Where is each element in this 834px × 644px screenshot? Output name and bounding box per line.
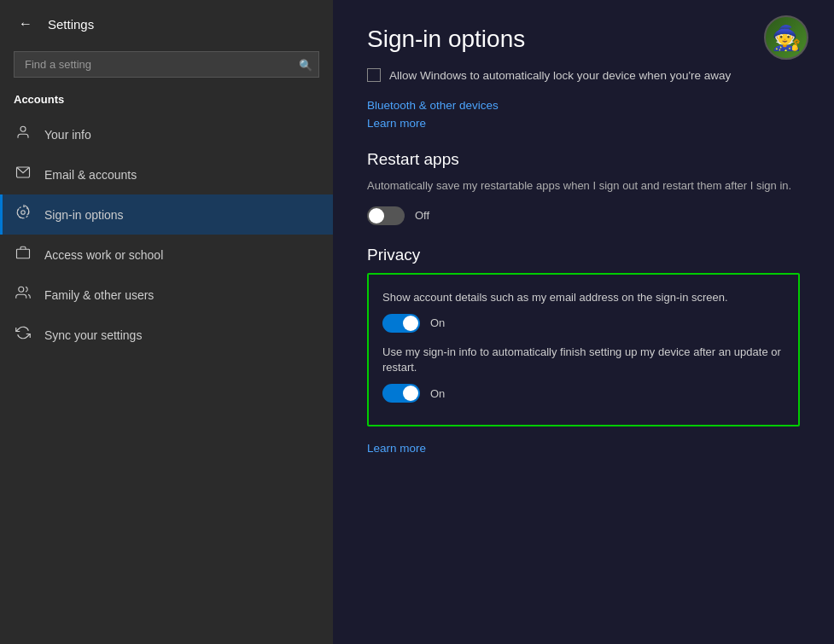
avatar-emoji: 🧙 <box>772 24 802 52</box>
privacy-toggle-row-1: On <box>382 314 784 333</box>
privacy-toggle-2[interactable] <box>382 384 420 403</box>
search-input[interactable] <box>14 51 319 78</box>
sidebar-label-family-other-users: Family & other users <box>44 288 154 302</box>
learn-more-link-1[interactable]: Learn more <box>367 117 800 130</box>
svg-point-2 <box>21 211 26 215</box>
privacy-item-1-text: Show account details such as my email ad… <box>382 290 784 305</box>
sign-in-options-icon <box>14 205 32 224</box>
privacy-toggle-row-2: On <box>382 384 784 403</box>
privacy-box: Show account details such as my email ad… <box>367 273 800 427</box>
lock-row: Allow Windows to automatically lock your… <box>367 68 800 82</box>
search-box: 🔍 <box>14 51 319 78</box>
lock-checkbox[interactable] <box>367 68 381 82</box>
sidebar-label-email-accounts: Email & accounts <box>44 168 137 182</box>
sidebar-item-your-info[interactable]: Your info <box>0 114 333 154</box>
restart-apps-desc: Automatically save my restartable apps w… <box>367 177 800 194</box>
privacy-item-2-text: Use my sign-in info to automatically fin… <box>382 345 784 375</box>
access-work-school-icon <box>14 245 32 264</box>
sidebar-item-sign-in-options[interactable]: Sign-in options <box>0 194 333 235</box>
privacy-item-1: Show account details such as my email ad… <box>382 290 784 333</box>
back-icon: ← <box>19 16 32 32</box>
privacy-toggle-2-label: On <box>430 387 445 400</box>
bluetooth-link[interactable]: Bluetooth & other devices <box>367 99 800 112</box>
svg-rect-4 <box>17 249 30 258</box>
family-other-users-icon <box>14 285 32 305</box>
sidebar-label-access-work-school: Access work or school <box>44 248 163 262</box>
back-button[interactable]: ← <box>14 12 38 36</box>
accounts-label: Accounts <box>0 88 333 114</box>
privacy-toggle-2-knob <box>403 386 418 401</box>
privacy-title: Privacy <box>367 246 800 264</box>
privacy-item-2: Use my sign-in info to automatically fin… <box>382 345 784 403</box>
sync-settings-icon <box>14 325 32 345</box>
privacy-toggle-1-knob <box>403 316 418 331</box>
svg-point-5 <box>19 287 24 292</box>
sidebar-label-your-info: Your info <box>44 128 91 142</box>
avatar: 🧙 <box>764 15 808 60</box>
lock-label: Allow Windows to automatically lock your… <box>389 69 731 82</box>
avatar-area: 🧙 <box>764 15 808 60</box>
restart-toggle-knob <box>369 208 384 223</box>
sidebar-item-sync-settings[interactable]: Sync your settings <box>0 315 333 355</box>
search-icon: 🔍 <box>299 58 312 71</box>
restart-apps-title: Restart apps <box>367 150 800 169</box>
main-content: 🧙 Sign-in options Allow Windows to autom… <box>333 0 834 644</box>
restart-toggle[interactable] <box>367 206 405 225</box>
sidebar-label-sign-in-options: Sign-in options <box>44 208 124 222</box>
privacy-toggle-1[interactable] <box>382 314 420 333</box>
sidebar-item-email-accounts[interactable]: Email & accounts <box>0 154 333 194</box>
sidebar: ← Settings 🔍 Accounts Your info <box>0 0 333 644</box>
page-title: Sign-in options <box>367 26 800 53</box>
sidebar-nav: Your info Email & accounts Sign-in o <box>0 114 333 355</box>
svg-point-0 <box>20 126 26 131</box>
email-accounts-icon <box>14 165 32 184</box>
restart-toggle-row: Off <box>367 206 800 225</box>
sidebar-label-sync-settings: Sync your settings <box>44 328 142 342</box>
sidebar-title: Settings <box>48 17 94 32</box>
sidebar-item-access-work-school[interactable]: Access work or school <box>0 235 333 275</box>
your-info-icon <box>14 125 32 144</box>
learn-more-link-2[interactable]: Learn more <box>367 442 800 455</box>
sidebar-header: ← Settings <box>0 0 333 48</box>
sidebar-item-family-other-users[interactable]: Family & other users <box>0 275 333 315</box>
privacy-toggle-1-label: On <box>430 316 445 329</box>
restart-toggle-label: Off <box>415 209 429 222</box>
